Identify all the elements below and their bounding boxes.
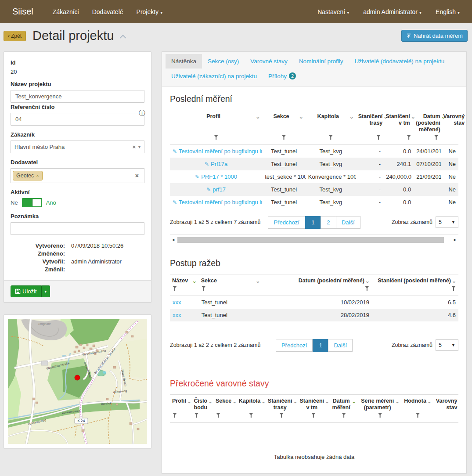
page-number-button[interactable]: 2 bbox=[321, 216, 336, 229]
column-header[interactable]: Sekce⌄ bbox=[213, 395, 237, 412]
column-header[interactable]: Datum měření⌄ bbox=[329, 395, 358, 412]
clear-selection-icon[interactable]: × bbox=[130, 144, 138, 150]
sort-caret-icon[interactable]: ⌄ bbox=[260, 399, 266, 404]
filter-cell[interactable] bbox=[213, 412, 237, 423]
column-header[interactable]: Kapitola⌄ bbox=[306, 110, 356, 134]
nav-item[interactable]: Nastavení▾ bbox=[317, 8, 349, 15]
column-header[interactable]: Kapitola⌄ bbox=[237, 395, 266, 412]
filter-cell[interactable] bbox=[237, 412, 266, 423]
back-button[interactable]: ‹Zpět bbox=[4, 31, 26, 41]
row-link[interactable]: ✎prf17 bbox=[206, 186, 226, 193]
column-header[interactable]: Varovný stav bbox=[441, 110, 458, 134]
column-header[interactable]: Profil⌄ bbox=[170, 110, 262, 134]
supplier-multiselect[interactable]: Geotec× × bbox=[11, 168, 144, 183]
column-header[interactable]: Staničení trasy⌄ bbox=[356, 110, 383, 134]
customer-select[interactable]: Hlavní město Praha × ▾ bbox=[11, 141, 144, 153]
filter-cell[interactable] bbox=[372, 285, 458, 296]
next-page-button[interactable]: Další bbox=[336, 216, 360, 229]
save-split-button[interactable]: Uložit ▾ bbox=[11, 285, 50, 297]
sort-caret-icon[interactable]: ⌄ bbox=[207, 399, 213, 404]
nav-item[interactable]: admin Administrator▾ bbox=[363, 8, 422, 15]
sort-caret-icon[interactable]: ⌄ bbox=[451, 278, 456, 284]
filter-icon[interactable] bbox=[434, 135, 439, 140]
column-header[interactable]: Série měření (parametr)⌄ bbox=[358, 395, 402, 412]
sort-caret-icon[interactable]: ⌄ bbox=[351, 399, 356, 404]
remove-tag-icon[interactable]: × bbox=[36, 173, 39, 178]
row-link[interactable]: ✎PRF17 * 1000 bbox=[195, 173, 237, 180]
filter-cell[interactable] bbox=[414, 134, 441, 145]
info-icon[interactable]: ⓘ bbox=[139, 109, 145, 116]
sort-caret-icon[interactable]: ⌄ bbox=[324, 399, 329, 404]
filter-cell[interactable] bbox=[358, 412, 402, 423]
sort-caret-icon[interactable]: ⌄ bbox=[292, 399, 297, 404]
filter-icon[interactable] bbox=[173, 413, 177, 418]
column-header[interactable]: Staničení v tm⌄ bbox=[297, 395, 329, 412]
nav-item[interactable]: Zákazníci▾ bbox=[53, 8, 79, 15]
active-toggle[interactable] bbox=[22, 198, 42, 207]
nav-item[interactable]: English▾ bbox=[436, 8, 460, 15]
column-header[interactable]: Staničení trasy⌄ bbox=[266, 395, 298, 412]
filter-cell[interactable] bbox=[170, 285, 199, 296]
filter-cell[interactable] bbox=[402, 412, 434, 423]
filter-icon[interactable] bbox=[328, 135, 333, 140]
column-header[interactable]: Varovný stav bbox=[434, 395, 458, 412]
column-header[interactable]: Staničení (poslední měřené)⌄ bbox=[372, 274, 458, 285]
tab[interactable]: Nástěnka bbox=[166, 54, 202, 69]
save-dropdown-caret[interactable]: ▾ bbox=[41, 285, 50, 297]
row-link[interactable]: ✎Testování měření po bugfixingu importů bbox=[173, 148, 262, 155]
filter-icon[interactable] bbox=[311, 413, 316, 418]
page-size-select[interactable]: 5▼ bbox=[436, 339, 458, 351]
project-map[interactable]: TongrubeWestkilverstraßeWestkilverstraße… bbox=[8, 319, 147, 444]
filter-icon[interactable] bbox=[282, 135, 286, 140]
filter-cell[interactable] bbox=[192, 412, 214, 423]
sort-caret-icon[interactable]: ⌄ bbox=[298, 114, 303, 119]
page-number-button[interactable]: 1 bbox=[313, 339, 328, 352]
tab[interactable]: Sekce (osy) bbox=[202, 54, 245, 69]
sort-caret-icon[interactable]: ⌄ bbox=[231, 399, 237, 404]
clear-all-icon[interactable]: × bbox=[135, 172, 141, 179]
sort-caret-icon[interactable]: ⌄ bbox=[186, 399, 191, 404]
filter-icon[interactable] bbox=[279, 413, 284, 418]
sort-caret-icon[interactable]: ⌄ bbox=[426, 399, 432, 404]
sort-caret-icon[interactable]: ⌄ bbox=[191, 278, 197, 284]
column-header[interactable]: Sekce⌄ bbox=[199, 274, 263, 285]
tab[interactable]: Nominální profily bbox=[293, 54, 349, 69]
filter-cell[interactable] bbox=[262, 285, 372, 296]
tab[interactable]: Varovné stavy bbox=[245, 54, 293, 69]
filter-cell[interactable] bbox=[297, 412, 329, 423]
sort-caret-icon[interactable]: ⌄ bbox=[255, 278, 260, 284]
filter-cell[interactable] bbox=[266, 412, 298, 423]
map-marker[interactable] bbox=[75, 375, 80, 380]
filter-icon[interactable] bbox=[173, 286, 177, 291]
row-link[interactable]: ✎Testování měření po bugfixingu importů … bbox=[173, 199, 262, 206]
sort-caret-icon[interactable]: ⌄ bbox=[349, 114, 354, 119]
app-logo[interactable]: Siisel bbox=[12, 7, 33, 17]
filter-icon[interactable] bbox=[342, 413, 346, 418]
filter-icon[interactable] bbox=[249, 413, 253, 418]
nav-item[interactable]: Projekty▾ bbox=[137, 8, 163, 15]
collapse-chevron-up-icon[interactable] bbox=[120, 34, 126, 40]
column-header[interactable]: Hodnota⌄ bbox=[402, 395, 434, 412]
prev-page-button[interactable]: Předchozí bbox=[276, 339, 313, 352]
column-header[interactable]: Datum (poslední měřené)⌄ bbox=[262, 274, 372, 285]
column-header[interactable]: Název⌄ bbox=[170, 274, 199, 285]
filter-icon[interactable] bbox=[376, 135, 381, 140]
supplier-tag[interactable]: Geotec× bbox=[13, 171, 43, 180]
row-link[interactable]: xxx bbox=[173, 299, 181, 306]
column-header[interactable]: Staničení v tm⌄ bbox=[383, 110, 414, 134]
filter-icon[interactable] bbox=[378, 413, 382, 418]
reference-number-input[interactable] bbox=[11, 113, 144, 126]
filter-icon[interactable] bbox=[202, 286, 206, 291]
column-header[interactable]: Profil⌄ bbox=[170, 395, 192, 412]
filter-icon[interactable] bbox=[216, 413, 220, 418]
filter-icon[interactable] bbox=[195, 413, 199, 418]
filter-icon[interactable] bbox=[407, 135, 411, 140]
column-header[interactable]: Číslo bodu⌄ bbox=[192, 395, 214, 412]
horizontal-scrollbar[interactable]: ◄ ► bbox=[170, 234, 458, 243]
filter-cell[interactable] bbox=[170, 412, 192, 423]
nav-item[interactable]: Dodavatelé▾ bbox=[92, 8, 123, 15]
tab[interactable]: Přílohy2 bbox=[263, 69, 302, 83]
scrollbar-thumb[interactable] bbox=[177, 237, 444, 243]
scroll-left-icon[interactable]: ◄ bbox=[170, 238, 177, 242]
filter-icon[interactable] bbox=[451, 286, 456, 291]
